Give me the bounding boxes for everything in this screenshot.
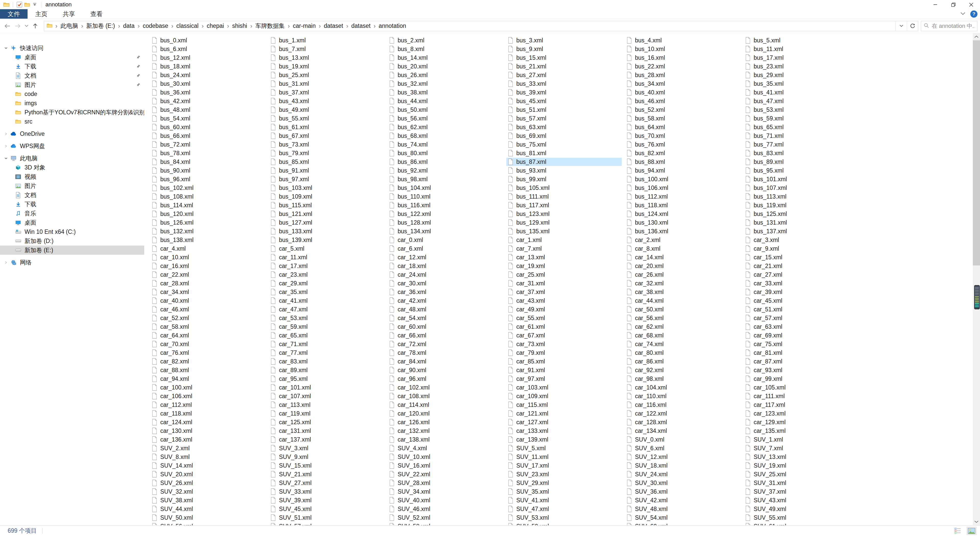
- sidebar-item-imgs[interactable]: imgs: [0, 99, 144, 108]
- file-item[interactable]: car_12.xml: [388, 253, 503, 261]
- file-item[interactable]: car_10.xml: [150, 253, 266, 261]
- file-item[interactable]: bus_116.xml: [388, 201, 503, 209]
- file-item[interactable]: SUV_3.xml: [269, 444, 384, 452]
- search-box[interactable]: [921, 21, 977, 31]
- file-item[interactable]: car_34.xml: [150, 288, 266, 296]
- file-item[interactable]: SUV_8.xml: [150, 453, 266, 461]
- file-item[interactable]: bus_59.xml: [744, 115, 859, 122]
- file-item[interactable]: car_125.xml: [269, 418, 384, 426]
- file-item[interactable]: car_94.xml: [150, 375, 266, 383]
- file-item[interactable]: bus_90.xml: [150, 166, 266, 175]
- sidebar-item-下载[interactable]: 下载: [0, 62, 144, 71]
- sidebar-item-音乐[interactable]: 音乐: [0, 209, 144, 218]
- file-item[interactable]: car_114.xml: [388, 401, 503, 409]
- file-item[interactable]: bus_101.xml: [744, 175, 859, 183]
- chevron-right-icon[interactable]: [4, 132, 10, 136]
- file-item[interactable]: SUV_28.xml: [388, 479, 503, 487]
- file-item[interactable]: car_25.xml: [506, 270, 622, 279]
- file-item[interactable]: car_11.xml: [269, 253, 384, 261]
- file-item[interactable]: car_69.xml: [744, 331, 859, 339]
- file-item[interactable]: car_37.xml: [506, 288, 622, 296]
- file-item[interactable]: car_73.xml: [506, 340, 622, 348]
- thumbnail-view-icon[interactable]: [967, 527, 977, 535]
- file-item[interactable]: car_53.xml: [269, 314, 384, 322]
- file-item[interactable]: car_75.xml: [744, 340, 859, 348]
- maximize-restore-button[interactable]: [944, 0, 962, 9]
- file-item[interactable]: car_49.xml: [506, 305, 622, 313]
- file-item[interactable]: car_92.xml: [625, 366, 740, 374]
- scroll-up-icon[interactable]: [973, 33, 980, 40]
- file-item[interactable]: bus_32.xml: [388, 80, 503, 88]
- file-item[interactable]: bus_103.xml: [269, 184, 384, 192]
- sidebar-item-图片[interactable]: 图片: [0, 80, 144, 89]
- file-item[interactable]: SUV_25.xml: [744, 470, 859, 478]
- file-item[interactable]: bus_129.xml: [506, 218, 622, 227]
- file-item[interactable]: car_100.xml: [150, 383, 266, 391]
- file-item[interactable]: car_133.xml: [506, 427, 622, 435]
- file-item[interactable]: bus_70.xml: [625, 132, 740, 140]
- sidebar-item-桌面[interactable]: 桌面: [0, 52, 144, 62]
- file-item[interactable]: SUV_14.xml: [150, 461, 266, 470]
- sidebar-item-Win 10 Ent x64 (C:)[interactable]: Win 10 Ent x64 (C:): [0, 227, 144, 236]
- file-item[interactable]: car_31.xml: [506, 279, 622, 287]
- file-item[interactable]: SUV_17.xml: [506, 461, 622, 470]
- file-item[interactable]: SUV_2.xml: [150, 444, 266, 452]
- file-item[interactable]: SUV_59.xml: [506, 522, 622, 525]
- file-item[interactable]: car_118.xml: [150, 409, 266, 418]
- file-item[interactable]: SUV_40.xml: [388, 496, 503, 504]
- chevron-right-icon[interactable]: [4, 261, 10, 264]
- file-item[interactable]: bus_2.xml: [388, 36, 503, 45]
- file-item[interactable]: bus_85.xml: [269, 158, 384, 166]
- file-item[interactable]: SUV_33.xml: [269, 488, 384, 496]
- file-item[interactable]: car_33.xml: [744, 279, 859, 287]
- file-item[interactable]: car_3.xml: [744, 236, 859, 244]
- tab-共享[interactable]: 共享: [55, 9, 83, 19]
- file-item[interactable]: bus_19.xml: [269, 62, 384, 70]
- file-item[interactable]: car_78.xml: [388, 349, 503, 357]
- file-item[interactable]: bus_80.xml: [388, 149, 503, 157]
- file-item[interactable]: car_122.xml: [625, 409, 740, 418]
- file-item[interactable]: bus_118.xml: [625, 201, 740, 209]
- file-item[interactable]: bus_94.xml: [625, 166, 740, 175]
- file-item[interactable]: bus_75.xml: [506, 140, 622, 148]
- file-item[interactable]: bus_114.xml: [150, 201, 266, 209]
- file-item[interactable]: bus_113.xml: [744, 192, 859, 200]
- file-item[interactable]: bus_5.xml: [744, 36, 859, 45]
- file-item[interactable]: car_17.xml: [269, 262, 384, 270]
- file-item[interactable]: SUV_23.xml: [506, 470, 622, 478]
- file-item[interactable]: bus_6.xml: [150, 45, 266, 53]
- file-item[interactable]: car_83.xml: [269, 357, 384, 366]
- file-item[interactable]: SUV_42.xml: [625, 496, 740, 504]
- sidebar-item-src[interactable]: src: [0, 117, 144, 126]
- file-item[interactable]: car_66.xml: [388, 331, 503, 339]
- file-item[interactable]: car_71.xml: [269, 340, 384, 348]
- file-item[interactable]: car_44.xml: [625, 297, 740, 305]
- breadcrumb-item[interactable]: dataset: [323, 22, 344, 29]
- file-item[interactable]: car_135.xml: [744, 427, 859, 435]
- file-item[interactable]: SUV_18.xml: [625, 461, 740, 470]
- file-item[interactable]: car_23.xml: [269, 270, 384, 279]
- file-item[interactable]: car_59.xml: [269, 323, 384, 331]
- file-item[interactable]: bus_133.xml: [269, 227, 384, 235]
- file-item[interactable]: bus_115.xml: [269, 201, 384, 209]
- file-item[interactable]: car_74.xml: [625, 340, 740, 348]
- file-item[interactable]: car_15.xml: [744, 253, 859, 261]
- file-item[interactable]: bus_93.xml: [506, 166, 622, 175]
- file-item[interactable]: car_106.xml: [150, 392, 266, 400]
- file-item[interactable]: bus_29.xml: [744, 71, 859, 79]
- file-item[interactable]: SUV_37.xml: [744, 488, 859, 496]
- qat-new-folder-button[interactable]: [23, 1, 31, 8]
- file-item[interactable]: car_70.xml: [150, 340, 266, 348]
- file-item[interactable]: car_95.xml: [269, 375, 384, 383]
- file-item[interactable]: bus_97.xml: [269, 175, 384, 183]
- file-item[interactable]: bus_69.xml: [506, 132, 622, 140]
- file-item[interactable]: SUV_9.xml: [269, 453, 384, 461]
- screen-edge-widget-icon[interactable]: [974, 285, 980, 309]
- breadcrumb-item[interactable]: classical: [176, 22, 199, 29]
- file-item[interactable]: bus_109.xml: [269, 192, 384, 200]
- file-item[interactable]: bus_12.xml: [150, 54, 266, 62]
- file-item[interactable]: bus_123.xml: [506, 210, 622, 218]
- file-item[interactable]: bus_72.xml: [150, 140, 266, 148]
- file-item[interactable]: bus_102.xml: [150, 184, 266, 192]
- file-item[interactable]: SUV_50.xml: [150, 514, 266, 522]
